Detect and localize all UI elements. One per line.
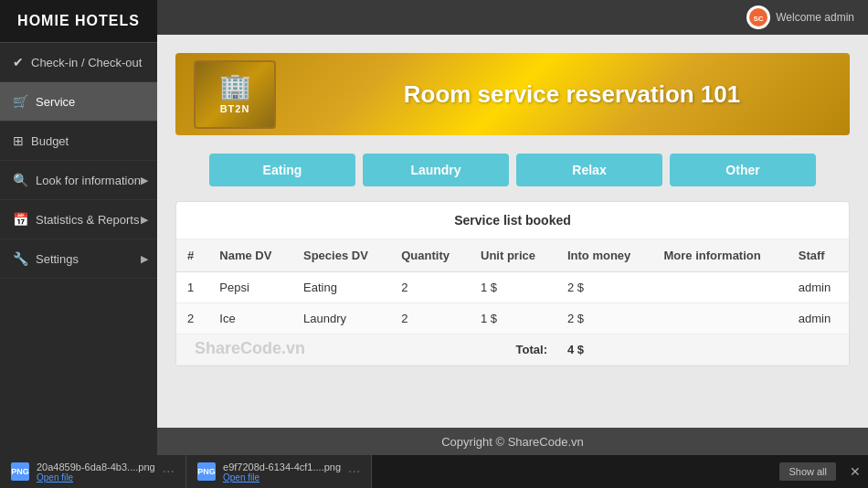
topbar-logo: SC Welcome admin — [746, 5, 854, 29]
banner-logo-area: 🏢 BT2N — [175, 60, 294, 129]
file-link-2[interactable]: Open file — [223, 472, 341, 483]
col-staff: Staff — [788, 239, 849, 272]
look-arrow-icon: ▶ — [141, 175, 148, 186]
cell-num-1: 1 — [176, 272, 208, 303]
settings-arrow-icon: ▶ — [141, 253, 148, 265]
file-item-2: PNG e9f7208d-6134-4cf1....png Open file … — [186, 455, 372, 488]
bottombar-files: PNG 20a4859b-6da8-4b3....png Open file ·… — [0, 455, 372, 488]
total-value: 4 $ — [567, 343, 584, 356]
col-into-money: Into money — [556, 239, 653, 272]
statistics-arrow-icon: ▶ — [141, 214, 148, 226]
cell-qty-2: 2 — [390, 303, 470, 334]
page-banner: 🏢 BT2N Room service reservation 101 — [175, 53, 850, 135]
main-content: 🏢 BT2N Room service reservation 101 Eati… — [157, 35, 868, 488]
tab-eating[interactable]: Eating — [209, 154, 355, 186]
banner-logo-box: 🏢 BT2N — [194, 60, 276, 129]
topbar-logo-badge: SC — [746, 5, 770, 29]
tab-other[interactable]: Other — [670, 154, 816, 186]
col-more-info: More information — [653, 239, 788, 272]
col-species-dv: Species DV — [292, 239, 390, 272]
table-header-row: # Name DV Species DV Quantity Unit price… — [176, 239, 849, 272]
look-icon: 🔍 — [13, 173, 28, 187]
service-icon: 🛒 — [13, 94, 28, 109]
cell-price-1: 1 $ — [470, 272, 556, 303]
sidebar-item-checkin[interactable]: ✔ Check-in / Check-out — [0, 43, 157, 82]
cell-staff-1: admin — [788, 272, 849, 303]
cell-staff-2: admin — [788, 303, 849, 334]
service-table-container: Service list booked # Name DV Species DV… — [175, 201, 850, 366]
cell-money-2: 2 $ — [556, 303, 653, 334]
sidebar-item-label-checkin: Check-in / Check-out — [31, 56, 142, 69]
sidebar-item-budget[interactable]: ⊞ Budget — [0, 122, 157, 161]
file-link-1[interactable]: Open file — [37, 472, 155, 483]
banner-logo-text: BT2N — [220, 103, 250, 114]
building-icon: 🏢 — [219, 74, 251, 100]
sidebar-item-label-statistics: Statistics & Reports — [36, 213, 139, 227]
cell-species-1: Eating — [292, 272, 390, 303]
tab-laundry[interactable]: Laundry — [363, 154, 509, 186]
col-unit-price: Unit price — [470, 239, 556, 272]
app-title: HOMIE HOTELS — [0, 0, 157, 43]
cell-price-2: 1 $ — [470, 303, 556, 334]
statistics-icon: 📅 — [13, 212, 28, 227]
total-row: Total: 4 $ — [176, 334, 849, 366]
file-text-1: 20a4859b-6da8-4b3....png Open file — [37, 461, 155, 483]
sidebar-item-statistics[interactable]: 📅 Statistics & Reports ▶ — [0, 200, 157, 239]
cell-info-2 — [653, 303, 788, 334]
file-dots-2[interactable]: ··· — [348, 463, 360, 480]
bottombar: PNG 20a4859b-6da8-4b3....png Open file ·… — [0, 455, 868, 488]
col-num: # — [176, 239, 208, 272]
table-row: 1 Pepsi Eating 2 1 $ 2 $ admin — [176, 272, 849, 303]
total-label: Total: — [516, 343, 547, 356]
cell-info-1 — [653, 272, 788, 303]
cell-name-1: Pepsi — [208, 272, 292, 303]
service-table: # Name DV Species DV Quantity Unit price… — [176, 239, 849, 366]
file-icon-1: PNG — [11, 462, 29, 481]
file-name-2: e9f7208d-6134-4cf1....png — [223, 461, 341, 472]
tab-relax[interactable]: Relax — [516, 154, 662, 186]
cell-species-2: Laundry — [292, 303, 390, 334]
page-title: Room service reservation 101 — [294, 80, 850, 109]
table-title: Service list booked — [176, 202, 849, 239]
sidebar-item-settings[interactable]: 🔧 Settings ▶ — [0, 239, 157, 279]
settings-icon: 🔧 — [13, 251, 28, 266]
cell-name-2: Ice — [208, 303, 292, 334]
cell-num-2: 2 — [176, 303, 208, 334]
table-row: 2 Ice Laundry 2 1 $ 2 $ admin — [176, 303, 849, 334]
budget-icon: ⊞ — [13, 133, 24, 148]
checkin-icon: ✔ — [13, 55, 24, 69]
cell-qty-1: 2 — [390, 272, 470, 303]
close-icon[interactable]: ✕ — [850, 464, 861, 479]
tab-row: Eating Laundry Relax Other — [175, 154, 850, 186]
sidebar-item-label-settings: Settings — [36, 252, 79, 266]
sidebar: HOMIE HOTELS ✔ Check-in / Check-out 🛒 Se… — [0, 0, 157, 488]
file-text-2: e9f7208d-6134-4cf1....png Open file — [223, 461, 341, 483]
welcome-text: Welcome admin — [776, 11, 854, 24]
show-all-button[interactable]: Show all — [779, 462, 836, 481]
svg-text:SC: SC — [754, 15, 764, 23]
sidebar-item-label-look: Look for information — [36, 174, 141, 187]
col-quantity: Quantity — [390, 239, 470, 272]
file-name-1: 20a4859b-6da8-4b3....png — [37, 461, 155, 472]
sidebar-item-label-service: Service — [36, 95, 75, 109]
cell-money-1: 2 $ — [556, 272, 653, 303]
sidebar-item-look[interactable]: 🔍 Look for information ▶ — [0, 161, 157, 200]
sidebar-item-service[interactable]: 🛒 Service — [0, 82, 157, 122]
sidebar-item-label-budget: Budget — [31, 134, 69, 148]
file-item-1: PNG 20a4859b-6da8-4b3....png Open file ·… — [0, 455, 186, 488]
topbar: SC Welcome admin — [157, 0, 868, 35]
file-icon-2: PNG — [197, 462, 216, 481]
col-name-dv: Name DV — [208, 239, 292, 272]
file-dots-1[interactable]: ··· — [163, 463, 175, 480]
